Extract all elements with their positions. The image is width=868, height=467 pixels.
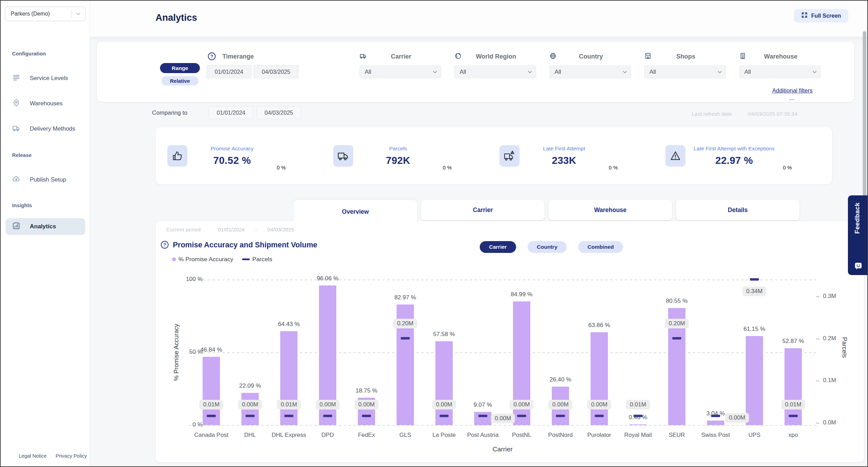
tab-details[interactable]: Details xyxy=(676,200,799,220)
sidebar-item-label: Service Levels xyxy=(30,75,68,82)
additional-filters-link[interactable]: Additional filters xyxy=(772,87,813,94)
filter-group-header: Shops xyxy=(644,51,726,62)
parcels-marker xyxy=(362,415,371,417)
parcels-marker xyxy=(478,415,487,417)
parcels-value-label: 0.00M xyxy=(316,400,339,409)
parcels-marker xyxy=(711,415,720,417)
country-dropdown[interactable]: All xyxy=(549,65,631,78)
bar-value-label: 57.58 % xyxy=(416,331,472,338)
x-tick-label: PostNord xyxy=(538,431,583,439)
comparing-from-input[interactable]: 01/01/2024 xyxy=(209,106,254,119)
kpi-text: Promise Accuracy70.52 % xyxy=(196,146,268,166)
last-refresh-label: Last refresh date xyxy=(692,111,732,117)
chart-view-toggle-carrier[interactable]: Carrier xyxy=(480,241,516,253)
parcels-marker xyxy=(595,415,604,417)
x-tick-label: PostNL xyxy=(499,431,544,439)
kpi-label: Late First Attempt with Exceptions xyxy=(694,146,774,152)
bar-ups xyxy=(746,336,763,425)
sidebar: Parkers (Demo) ConfigurationService Leve… xyxy=(1,1,90,466)
current-period-label: Current period xyxy=(166,227,201,233)
parcels-value-label: 0.34M xyxy=(742,287,766,296)
chevron-down-icon xyxy=(714,69,726,75)
filter-group-header: Carrier xyxy=(360,51,441,62)
legend-item--promise-accuracy[interactable]: % Promise Accuracy xyxy=(172,256,233,263)
truck-sm-icon xyxy=(360,52,370,61)
feedback-label: Feedback xyxy=(853,202,861,234)
timerange-mode-relative[interactable]: Relative xyxy=(161,76,198,86)
kpi-value: 792K xyxy=(386,155,410,166)
chevron-down-icon xyxy=(809,69,821,75)
bar-xpo xyxy=(785,348,802,425)
y-axis-label-left: % Promise Accuracy xyxy=(173,324,180,381)
shops-dropdown[interactable]: All xyxy=(644,65,726,78)
cloud-upload-icon xyxy=(12,175,20,185)
chevron-down-icon xyxy=(71,10,85,17)
x-tick-label: GLS xyxy=(383,431,428,439)
chart-view-toggle-combined[interactable]: Combined xyxy=(578,241,623,253)
globe-icon xyxy=(549,52,560,61)
y-tick-mark xyxy=(816,296,820,297)
warehouse-dropdown[interactable]: All xyxy=(739,65,821,78)
legend-item-parcels[interactable]: Parcels xyxy=(242,256,272,263)
help-icon[interactable]: ? xyxy=(207,52,216,61)
x-axis-title: Carrier xyxy=(468,446,537,453)
kpi-label: Late First Attempt xyxy=(543,146,585,152)
parcels-value-label: 0.00M xyxy=(548,400,572,409)
kpi-panel: Promise Accuracy70.52 %0 %Parcels792K0 %… xyxy=(156,127,832,184)
parcels-marker xyxy=(517,415,526,417)
footer-link-privacy-policy[interactable]: Privacy Policy xyxy=(56,453,87,459)
bar-value-label: 52.87 % xyxy=(765,337,821,345)
nav-section-label: Insights xyxy=(12,203,32,208)
filter-group-label: Carrier xyxy=(370,53,441,60)
sidebar-item-delivery-methods[interactable]: Delivery Methods xyxy=(6,121,85,137)
tab-overview[interactable]: Overview xyxy=(294,200,417,223)
kpi-value: 22.97 % xyxy=(715,155,753,166)
filter-group-header: World Region xyxy=(454,51,536,62)
chart-panel: Current period 01/01/2024 - 04/03/2025 ?… xyxy=(156,221,864,462)
tab-warehouse[interactable]: Warehouse xyxy=(549,200,672,220)
comparing-to-input[interactable]: 04/03/2025 xyxy=(256,106,301,119)
kpi-delta: 0 % xyxy=(277,165,286,170)
bar-value-label: 64.43 % xyxy=(261,320,317,328)
org-selector-value: Parkers (Demo) xyxy=(5,11,71,17)
last-refresh-value: 04/03/2025 07:35:34 xyxy=(748,111,797,117)
truck-icon xyxy=(12,124,20,134)
expand-icon xyxy=(801,12,808,20)
nav-section-label: Configuration xyxy=(12,51,46,56)
filter-panel: Range Relative ? Timerange 01/01/2024 04… xyxy=(97,42,854,102)
chevron-down-icon xyxy=(524,69,536,75)
tab-carrier[interactable]: Carrier xyxy=(421,200,544,220)
help-icon[interactable]: ? xyxy=(160,240,169,249)
timerange-mode-range[interactable]: Range xyxy=(160,63,200,73)
sidebar-item-label: Publish Setup xyxy=(30,176,66,183)
feedback-tab[interactable]: Feedback xyxy=(848,195,868,275)
carrier-dropdown[interactable]: All xyxy=(360,65,441,78)
fullscreen-button[interactable]: Full Screen xyxy=(794,9,848,23)
parcels-value-label: 0.20M xyxy=(393,319,417,328)
bar-value-label: 80.55 % xyxy=(649,297,705,305)
parcels-marker xyxy=(556,415,565,417)
parcels-marker xyxy=(634,415,643,417)
footer-link-legal-notice[interactable]: Legal Notice xyxy=(19,453,47,459)
world-region-dropdown[interactable]: All xyxy=(454,65,536,78)
parcels-value-label: 0.01M xyxy=(199,400,223,409)
dropdown-value: All xyxy=(550,69,619,76)
parcels-marker xyxy=(323,415,332,417)
timerange-from-input[interactable]: 01/01/2024 xyxy=(206,65,251,78)
kpi-promise-accuracy: Promise Accuracy70.52 %0 % xyxy=(162,127,328,184)
kpi-late-first-attempt: Late First Attempt233K0 % xyxy=(494,127,660,184)
scrollbar-thumb[interactable] xyxy=(863,31,866,211)
bar-value-label: 9.07 % xyxy=(455,401,511,408)
chart-view-toggle-country[interactable]: Country xyxy=(528,241,567,253)
timerange-to-input[interactable]: 04/03/2025 xyxy=(254,65,299,78)
kpi-label: Promise Accuracy xyxy=(211,146,254,152)
sidebar-item-publish-setup[interactable]: Publish Setup xyxy=(6,171,85,188)
bar-purolator xyxy=(591,332,608,425)
filter-group-header: Warehouse xyxy=(739,51,821,62)
sidebar-item-analytics[interactable]: Analytics xyxy=(6,218,85,235)
sidebar-item-warehouses[interactable]: Warehouses xyxy=(6,95,85,112)
sidebar-item-service-levels[interactable]: Service Levels xyxy=(6,70,85,87)
collapse-dash xyxy=(789,99,795,100)
header-band xyxy=(90,1,867,37)
org-selector[interactable]: Parkers (Demo) xyxy=(5,7,86,21)
